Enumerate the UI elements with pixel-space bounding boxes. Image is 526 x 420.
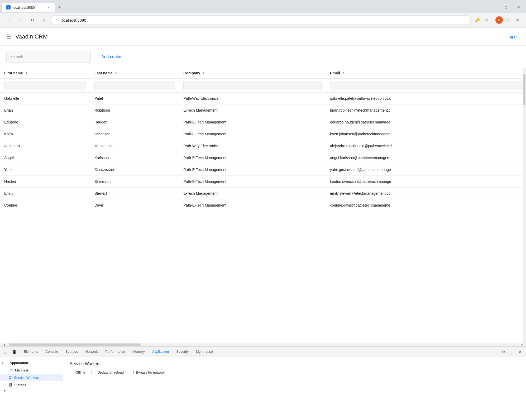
back-button[interactable]: ‹ <box>4 15 14 25</box>
minimize-button[interactable]: — <box>488 2 499 13</box>
maximize-button[interactable]: □ <box>501 2 511 13</box>
table-row[interactable]: HaidenSvenssonPath-E-Tech Managementhaid… <box>0 176 526 188</box>
cell-first: Brian <box>0 104 90 116</box>
devtools-tab-elements[interactable]: Elements <box>20 347 42 356</box>
devtools-tab-security[interactable]: Security <box>173 347 192 356</box>
address-bar[interactable]: ⚠ localhost:8080 <box>51 15 471 25</box>
table-row[interactable]: YahirGustavssonPath-E-Tech Managementyah… <box>0 164 526 176</box>
scroll-left-button[interactable]: ◂ <box>1 343 6 346</box>
first-name-sort-icon[interactable]: ⇕ <box>25 72 27 75</box>
cell-last: Davis <box>90 199 179 211</box>
active-tab[interactable]: V localhost:8080 × <box>2 3 55 12</box>
table-row[interactable]: GabriellePatelPath-Way Electronicsgabrie… <box>0 93 526 104</box>
company-filter[interactable] <box>183 81 322 90</box>
sidebar-manifest-label: Manifest <box>15 368 28 372</box>
table-row[interactable]: EmilyStewartE-Tech Managementemily.stewa… <box>0 188 526 199</box>
company-header[interactable]: Company ⇕ <box>179 68 326 79</box>
cell-last: Johansen <box>90 128 179 140</box>
horizontal-scrollbar-thumb[interactable] <box>9 343 141 346</box>
devtools-right-icons: ⚙ ⋮ ✕ <box>500 348 524 356</box>
company-sort-icon[interactable]: ⇕ <box>202 72 205 75</box>
sidebar-scroll-down[interactable]: ▼ <box>0 389 5 393</box>
devtools-inspect-icon[interactable]: ⬚ <box>2 348 9 356</box>
window-controls: — □ ✕ <box>488 2 524 13</box>
sidebar-items: 📄Manifest⚙Service Workers🗄Storage <box>0 366 63 389</box>
sw-checkbox-bypass-for-network[interactable] <box>130 371 134 374</box>
hamburger-menu-icon[interactable]: ☰ <box>6 34 11 40</box>
reload-button[interactable]: ↻ <box>27 15 37 25</box>
devtools-body: ▲ Application 📄Manifest⚙Service Workers🗄… <box>0 357 526 420</box>
add-icon[interactable]: ⊕ <box>482 16 491 24</box>
scroll-right-button[interactable]: ▸ <box>520 343 525 346</box>
last-name-filter[interactable] <box>94 81 175 90</box>
tab-close-button[interactable]: × <box>46 5 51 10</box>
cell-company: Path-E-Tech Management <box>179 199 326 211</box>
devtools-close-icon[interactable]: ✕ <box>517 348 524 356</box>
url-text: localhost:8080 <box>61 18 466 22</box>
forward-button[interactable]: › <box>16 15 25 25</box>
last-name-header[interactable]: Last name ⇕ <box>90 68 179 79</box>
devtools-settings-icon[interactable]: ⚙ <box>500 348 507 356</box>
devtools-more-icon[interactable]: ⋮ <box>508 348 515 356</box>
tab-bar: V localhost:8080 × + — □ ✕ <box>0 0 526 13</box>
cell-first: Yahir <box>0 164 90 176</box>
sidebar-storage-label: Storage <box>14 383 26 387</box>
table-row[interactable]: AlejandroMacdonaldPath-Way Electronicsal… <box>0 140 526 152</box>
bookmark-button[interactable]: ☆ <box>39 15 49 25</box>
sidebar-scroll-up[interactable]: ▲ <box>0 361 5 365</box>
devtools-tab-performance[interactable]: Performance <box>102 347 128 356</box>
devtools-tab-memory[interactable]: Memory <box>129 347 149 356</box>
cell-first: Alejandro <box>0 140 90 152</box>
logout-button[interactable]: Log out <box>506 34 520 39</box>
table-filter-row <box>0 79 526 93</box>
table-row[interactable]: AngelKarlssonPath-E-Tech Managementangel… <box>0 152 526 164</box>
sidebar-item-service-workers[interactable]: ⚙Service Workers <box>0 374 63 381</box>
close-button[interactable]: ✕ <box>513 2 524 13</box>
sw-checkbox-offline[interactable] <box>70 371 73 374</box>
horizontal-scrollbar[interactable]: ◂ ▸ <box>0 343 526 346</box>
email-filter[interactable] <box>330 81 522 90</box>
sidebar-storage-icon: 🗄 <box>8 383 12 387</box>
add-contact-button[interactable]: Add contact <box>95 51 130 63</box>
cell-company: Path-Way Electronics <box>179 93 326 104</box>
cell-first: Corinne <box>0 199 90 211</box>
devtools-tab-application[interactable]: Application <box>149 347 173 356</box>
cell-last: Haugen <box>90 116 179 128</box>
table-row[interactable]: BrianRobinsonE-Tech Managementbrian.robi… <box>0 104 526 116</box>
devtools-device-icon[interactable]: 📱 <box>11 348 18 356</box>
cell-last: Robinson <box>90 104 179 116</box>
cell-first: Eduardo <box>0 116 90 128</box>
nav-separator <box>493 17 493 23</box>
key-icon[interactable]: 🔑 <box>473 16 481 24</box>
table-body: GabriellePatelPath-Way Electronicsgabrie… <box>0 93 526 211</box>
devtools-tab-network[interactable]: Network <box>82 347 102 356</box>
sw-checkbox-update-on-reload[interactable] <box>92 371 95 374</box>
cell-last: Stewart <box>90 188 179 199</box>
warning-icon[interactable]: ⚠ <box>504 16 512 24</box>
devtools-tab-console[interactable]: Console <box>42 347 62 356</box>
cell-last: Macdonald <box>90 140 179 152</box>
vertical-scrollbar[interactable] <box>523 68 526 343</box>
search-input[interactable] <box>6 51 91 63</box>
first-name-filter[interactable] <box>4 81 86 90</box>
brave-icon[interactable]: 🦁 <box>495 16 503 24</box>
tab-title: localhost:8080 <box>13 6 44 9</box>
last-name-sort-icon[interactable]: ⇕ <box>115 72 117 75</box>
sidebar-item-manifest[interactable]: 📄Manifest <box>0 366 63 374</box>
cell-first: Gabrielle <box>0 93 90 104</box>
app-toolbar: Add contact <box>0 46 526 68</box>
first-name-header[interactable]: First name ⇕ <box>0 68 90 79</box>
email-sort-icon[interactable]: ⇕ <box>342 72 344 75</box>
new-tab-button[interactable]: + <box>56 4 63 11</box>
devtools-tab-sources[interactable]: Sources <box>62 347 82 356</box>
cell-email: alejandro.macdonald@pathwayelectri <box>326 140 526 152</box>
sidebar-item-storage[interactable]: 🗄Storage <box>0 381 63 389</box>
browser-menu-icon[interactable]: ≡ <box>513 16 522 24</box>
table-row[interactable]: CorinneDavisPath-E-Tech Managementcorinn… <box>0 199 526 211</box>
sw-label-bypass-for-network: Bypass for network <box>136 370 165 374</box>
devtools-tab-lighthouse[interactable]: Lighthouse <box>192 347 217 356</box>
email-header[interactable]: Email ⇕ <box>326 68 526 79</box>
vertical-scrollbar-thumb[interactable] <box>523 74 525 105</box>
table-row[interactable]: KoenJohansenPath-E-Tech Managementkoen.j… <box>0 128 526 140</box>
table-row[interactable]: EduardoHaugenPath-E-Tech Managementeduar… <box>0 116 526 128</box>
